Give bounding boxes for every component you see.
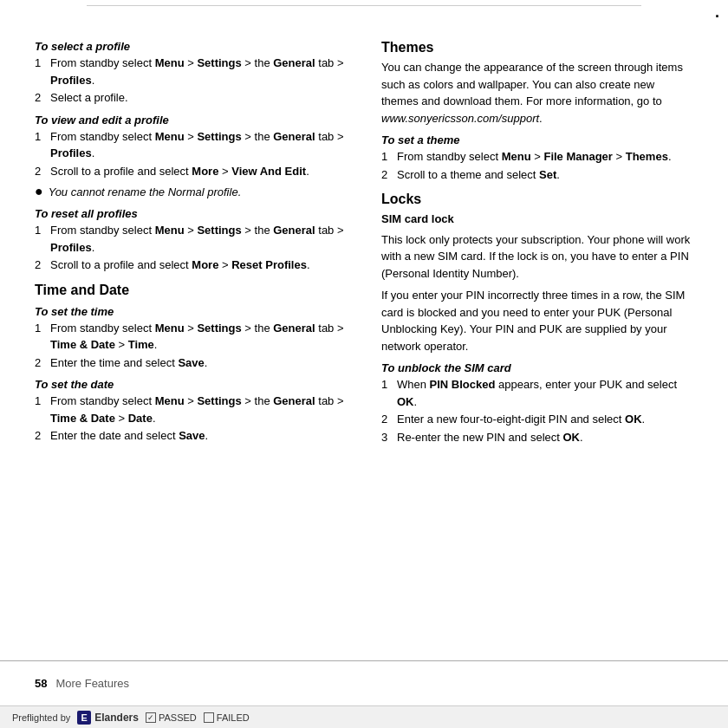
view-edit-heading: To view and edit a profile [35, 114, 347, 127]
set-time-heading: To set the time [35, 305, 347, 318]
passed-badge: ✓ PASSED [146, 712, 197, 723]
elanders-name: Elanders [94, 712, 139, 724]
elanders-icon: E [77, 711, 91, 725]
failed-checkbox [204, 712, 214, 723]
themes-heading: Themes [381, 40, 693, 55]
note-icon: ● [35, 184, 43, 199]
list-item: 1 From standby select Menu > Settings > … [35, 55, 347, 88]
top-white-box-right [641, 0, 711, 12]
preflight-logo: E Elanders [77, 711, 139, 725]
failed-badge: FAILED [204, 712, 250, 723]
set-date-list: 1 From standby select Menu > Settings > … [35, 393, 347, 445]
footer-label: More Features [55, 677, 129, 690]
page-container: . To select a profile 1 From standby sel… [0, 0, 728, 728]
preflight-label: Preflighted by [12, 712, 70, 723]
left-column: To select a profile 1 From standby selec… [35, 33, 355, 652]
view-edit-list: 1 From standby select Menu > Settings > … [35, 128, 347, 180]
unblock-list: 1 When PIN Blocked appears, enter your P… [381, 376, 693, 445]
sim-card-lock-heading: SIM card lock [381, 211, 693, 228]
list-item: 1 From standby select Menu > Settings > … [35, 222, 347, 256]
list-item: 2 Enter a new four-to-eight-digit PIN an… [381, 411, 693, 428]
set-theme-heading: To set a theme [381, 133, 693, 146]
note-text: You cannot rename the Normal profile. [49, 185, 242, 200]
passed-label: PASSED [159, 712, 197, 723]
set-date-heading: To set the date [35, 378, 347, 391]
right-column: Themes You can change the appearance of … [373, 33, 693, 652]
failed-label: FAILED [217, 712, 250, 723]
top-dot: . [715, 3, 719, 22]
select-profile-list: 1 From standby select Menu > Settings > … [35, 55, 347, 107]
list-item: 2 Scroll to a theme and select Set. [381, 166, 693, 184]
themes-body: You can change the appearance of the scr… [381, 59, 693, 127]
reset-profiles-heading: To reset all profiles [35, 207, 347, 220]
unblock-heading: To unblock the SIM card [381, 361, 693, 374]
list-item: 2 Select a profile. [35, 89, 347, 107]
top-border: . [0, 0, 728, 16]
list-item: 2 Enter the time and select Save. [35, 354, 347, 372]
list-item: 1 When PIN Blocked appears, enter your P… [381, 376, 693, 410]
reset-profiles-list: 1 From standby select Menu > Settings > … [35, 222, 347, 274]
page-number: 58 [35, 677, 47, 690]
list-item: 3 Re-enter the new PIN and select OK. [381, 429, 693, 446]
set-time-list: 1 From standby select Menu > Settings > … [35, 320, 347, 372]
list-item: 1 From standby select Menu > File Manage… [381, 148, 693, 166]
select-profile-heading: To select a profile [35, 40, 347, 53]
locks-heading: Locks [381, 192, 693, 207]
content-area: To select a profile 1 From standby selec… [0, 16, 728, 660]
preflight-bar: Preflighted by E Elanders ✓ PASSED FAILE… [0, 705, 728, 728]
list-item: 2 Scroll to a profile and select More > … [35, 257, 347, 274]
list-item: 2 Scroll to a profile and select More > … [35, 163, 347, 180]
set-theme-list: 1 From standby select Menu > File Manage… [381, 148, 693, 183]
note-row: ● You cannot rename the Normal profile. [35, 185, 347, 200]
time-date-section-heading: Time and Date [35, 283, 347, 298]
list-item: 1 From standby select Menu > Settings > … [35, 320, 347, 354]
top-white-box-left [17, 0, 87, 12]
list-item: 2 Enter the date and select Save. [35, 427, 347, 445]
footer: 58 More Features [0, 660, 728, 705]
passed-checkbox: ✓ [146, 712, 156, 723]
sim-card-lock-body2: If you enter your PIN incorrectly three … [381, 287, 693, 354]
list-item: 1 From standby select Menu > Settings > … [35, 128, 347, 162]
sim-card-lock-body1: This lock only protects your subscriptio… [381, 231, 693, 283]
list-item: 1 From standby select Menu > Settings > … [35, 393, 347, 426]
